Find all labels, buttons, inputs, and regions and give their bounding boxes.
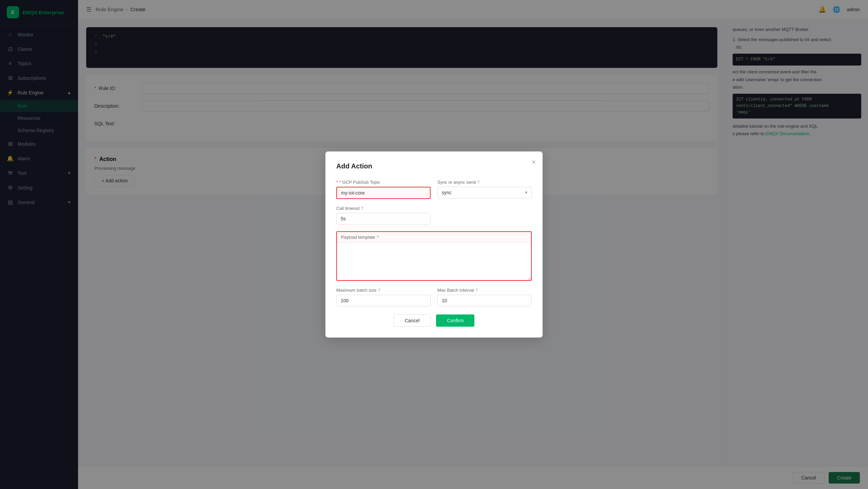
modal-close-button[interactable]: × [532,158,536,166]
payload-template-textarea[interactable] [337,243,531,280]
max-batch-interval-field: Max Batch Interval ? [437,288,532,306]
sync-async-select[interactable]: sync async [437,187,532,198]
modal-row-1: * * GCP PubSub Topic Sync or async send … [336,180,532,199]
modal-row-3: Maximum batch size ? Max Batch Interval … [336,288,532,306]
timeout-help-icon: ? [361,206,363,211]
modal-row-2: Call timeout ? [336,206,532,224]
payload-template-container: Payload template ? [336,231,532,281]
spacer-field [437,206,532,224]
gcp-topic-input[interactable] [336,187,431,199]
max-batch-interval-input[interactable] [437,295,532,306]
modal-confirm-button[interactable]: Confirm [436,314,474,327]
batch-interval-help-icon: ? [475,288,478,293]
max-batch-size-label: Maximum batch size ? [336,288,431,293]
add-action-modal: Add Action × * * GCP PubSub Topic Sync o… [325,151,543,338]
max-batch-size-field: Maximum batch size ? [336,288,431,306]
max-batch-interval-label: Max Batch Interval ? [437,288,532,293]
modal-footer: Cancel Confirm [336,314,532,327]
sync-async-label: Sync or async send ? [437,180,532,185]
max-batch-interval-label-text: Max Batch Interval [437,288,474,293]
payload-help-icon: ? [376,235,379,240]
max-batch-size-label-text: Maximum batch size [336,288,376,293]
sync-help-icon: ? [477,180,479,185]
payload-template-label-row: Payload template ? [337,232,531,243]
call-timeout-input[interactable] [336,213,431,224]
call-timeout-label: Call timeout ? [336,206,431,211]
sync-select-wrapper: sync async ▼ [437,187,532,198]
max-batch-size-input[interactable] [336,295,431,306]
batch-size-help-icon: ? [378,288,380,293]
modal-cancel-button[interactable]: Cancel [394,314,431,327]
call-timeout-label-text: Call timeout [336,206,360,211]
modal-title: Add Action [336,162,532,170]
gcp-topic-field: * * GCP PubSub Topic [336,180,431,199]
gcp-topic-label-text: * GCP PubSub Topic [339,180,380,185]
payload-template-label-text: Payload template [341,235,375,240]
modal-overlay: Add Action × * * GCP PubSub Topic Sync o… [0,0,868,489]
gcp-topic-label: * * GCP PubSub Topic [336,180,431,185]
call-timeout-field: Call timeout ? [336,206,431,224]
sync-async-label-text: Sync or async send [437,180,476,185]
sync-async-field: Sync or async send ? sync async ▼ [437,180,532,199]
